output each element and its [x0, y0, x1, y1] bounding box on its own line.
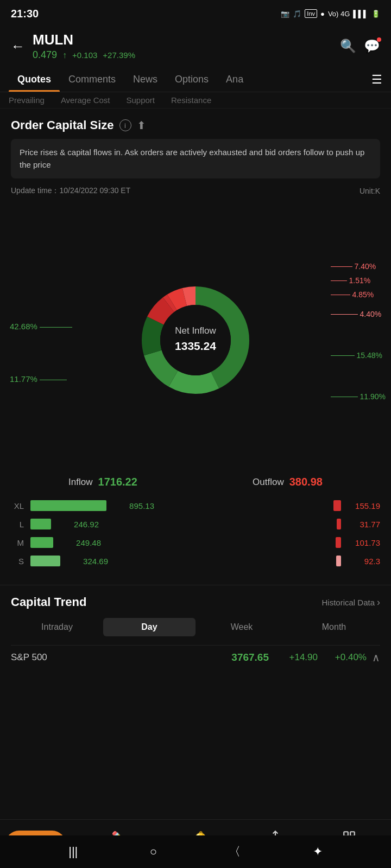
info-box: Price rises & capital flows in. Ask orde…	[11, 139, 380, 178]
sp500-change: +14.90	[269, 652, 318, 663]
scroll-prevailing: Prevailing	[9, 95, 45, 105]
scroll-avgcost: Average Cost	[61, 95, 110, 105]
stock-arrow-icon: ↑	[62, 50, 67, 60]
svg-text:1335.24: 1335.24	[175, 340, 216, 352]
green-value-l: 246.92	[55, 520, 99, 529]
nav-tabs: Quotes Comments News Options Ana ☰	[0, 67, 391, 92]
flow-summary: Inflow 1716.22 Outflow 380.98	[0, 470, 391, 497]
label-1-51: 1.51%	[331, 276, 386, 285]
size-rows: XL 895.13 155.19 L 246.92 31.77 M 249.48…	[0, 497, 391, 585]
green-bar-l	[30, 519, 51, 529]
sys-assist-icon[interactable]: ✦	[313, 845, 323, 859]
chat-icon[interactable]: 💬	[364, 39, 380, 54]
green-value-s: 324.69	[65, 557, 108, 566]
sp500-expand-icon[interactable]: ∧	[372, 651, 380, 664]
red-value-s: 92.3	[348, 557, 380, 566]
label-15-48: 15.48%	[331, 351, 386, 360]
green-bar-xl	[30, 500, 106, 511]
chevron-right-icon: ›	[377, 597, 380, 608]
green-value-xl: 895.13	[111, 501, 154, 510]
stock-change: +0.103	[72, 50, 97, 60]
inflow-label: Inflow	[68, 477, 92, 488]
red-bar-xl	[333, 500, 341, 511]
back-button[interactable]: ←	[11, 38, 25, 55]
share-icon[interactable]: ⬆	[137, 119, 146, 132]
update-time: Update time：10/24/2022 09:30 ET	[11, 186, 130, 196]
nav-menu-icon[interactable]: ☰	[371, 73, 382, 87]
green-value-m: 249.48	[58, 538, 101, 547]
scroll-indicators: Prevailing Average Cost Support Resistan…	[0, 92, 391, 108]
unit-label: Unit:K	[360, 187, 380, 195]
sp500-pct: +0.40%	[318, 652, 367, 663]
sp500-price: 3767.65	[209, 652, 269, 663]
green-bar-s	[30, 556, 60, 566]
label-11-77: 11.77%	[10, 374, 72, 384]
red-bar-l	[337, 519, 341, 529]
tab-options[interactable]: Options	[166, 67, 217, 92]
red-value-xl: 155.19	[348, 501, 380, 510]
stock-price: 0.479	[33, 49, 57, 61]
size-label-s: S	[11, 557, 24, 566]
label-11-90: 11.90%	[331, 392, 386, 401]
red-bar-s	[336, 556, 341, 566]
period-tabs: Intraday Day Week Month	[11, 618, 380, 636]
outflow-label: Outflow	[253, 477, 284, 488]
scroll-resistance: Resistance	[171, 95, 211, 105]
size-row-s: S 324.69 92.3	[11, 556, 380, 566]
info-icon[interactable]: i	[119, 119, 131, 131]
status-bar: 21:30 📷 🎵 Inv ● Vo) 4G ▌▌▌ 🔋	[0, 0, 391, 27]
capital-trend-title: Capital Trend	[11, 595, 86, 609]
tab-ana[interactable]: Ana	[217, 67, 252, 92]
stock-change-pct: +27.39%	[103, 50, 135, 60]
sp500-row: S&P 500 3767.65 +14.90 +0.40% ∧	[11, 645, 380, 669]
sys-home-icon[interactable]: ○	[150, 845, 157, 859]
notification-dot	[377, 37, 381, 42]
svg-text:Net Inflow: Net Inflow	[175, 326, 216, 336]
red-bar-m	[336, 537, 341, 548]
sp500-label: S&P 500	[11, 652, 209, 663]
label-42: 42.68%	[10, 322, 72, 331]
size-label-m: M	[11, 538, 24, 547]
size-row-l: L 246.92 31.77	[11, 519, 380, 529]
capital-trend-section: Capital Trend Historical Data › Intraday…	[0, 585, 391, 677]
green-bar-m	[30, 537, 53, 548]
tab-week[interactable]: Week	[195, 618, 288, 636]
tab-quotes[interactable]: Quotes	[9, 67, 60, 92]
sys-menu-icon[interactable]: |||	[68, 845, 78, 859]
label-4-40: 4.40%	[331, 310, 386, 318]
tab-month[interactable]: Month	[288, 618, 380, 636]
tab-news[interactable]: News	[124, 67, 166, 92]
sys-back-icon[interactable]: 〈	[229, 844, 241, 860]
status-icons: 📷 🎵 Inv ● Vo) 4G ▌▌▌ 🔋	[281, 9, 380, 18]
search-icon[interactable]: 🔍	[340, 39, 356, 54]
donut-chart-area: 42.68% 11.77%	[0, 210, 391, 470]
red-value-l: 31.77	[348, 520, 380, 529]
donut-svg: Net Inflow 1335.24	[125, 270, 266, 411]
status-time: 21:30	[11, 8, 39, 20]
stock-ticker: MULN	[33, 31, 135, 48]
historical-data-link[interactable]: Historical Data ›	[321, 597, 380, 608]
section-title: Order Capital Size	[11, 118, 114, 132]
inflow-value: 1716.22	[98, 476, 137, 488]
tab-day[interactable]: Day	[103, 618, 195, 636]
outflow-value: 380.98	[289, 476, 323, 488]
tab-intraday[interactable]: Intraday	[11, 618, 103, 636]
label-7-40: 7.40%	[331, 262, 386, 271]
scroll-support: Support	[126, 95, 155, 105]
red-value-m: 101.73	[348, 538, 380, 547]
system-nav: ||| ○ 〈 ✦	[0, 835, 391, 868]
header: ← MULN 0.479 ↑ +0.103 +27.39% 🔍 💬	[0, 27, 391, 67]
order-capital-section: Order Capital Size i ⬆ Price rises & cap…	[0, 108, 391, 210]
label-4-85: 4.85%	[331, 290, 386, 299]
size-label-l: L	[11, 520, 24, 529]
size-row-m: M 249.48 101.73	[11, 537, 380, 548]
tab-comments[interactable]: Comments	[60, 67, 124, 92]
stock-info: MULN 0.479 ↑ +0.103 +27.39%	[33, 31, 135, 61]
size-row-xl: XL 895.13 155.19	[11, 500, 380, 511]
size-label-xl: XL	[11, 501, 24, 510]
